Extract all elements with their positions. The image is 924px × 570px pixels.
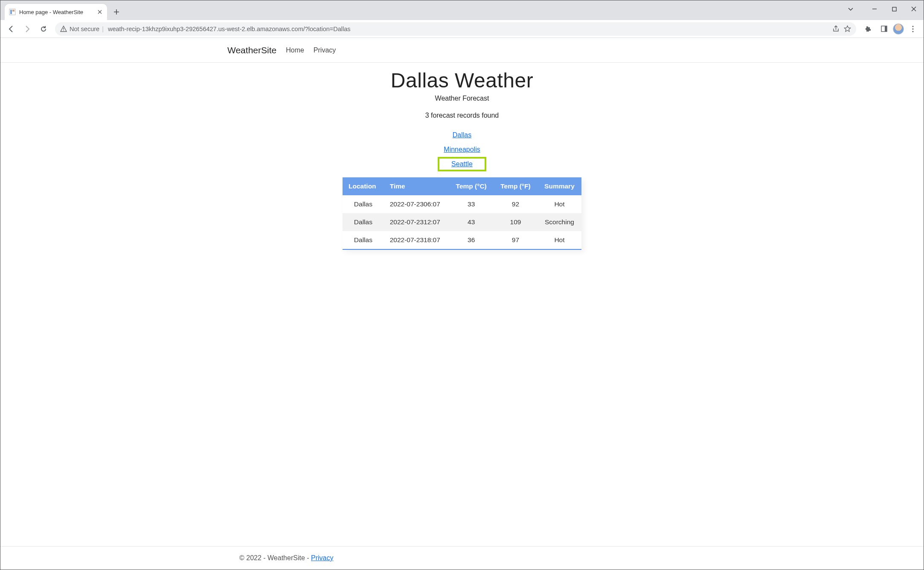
col-time: Time xyxy=(384,177,449,195)
svg-rect-5 xyxy=(63,30,64,31)
cell-temp-c: 33 xyxy=(449,195,494,213)
cell-temp-c: 43 xyxy=(449,213,494,231)
svg-rect-3 xyxy=(892,7,896,11)
col-location: Location xyxy=(343,177,384,195)
svg-point-10 xyxy=(912,31,913,32)
tab-title: Home page - WeatherSite xyxy=(19,9,93,15)
url-text: weath-recip-13khzp9ixuhp3-292656427.us-w… xyxy=(108,26,828,32)
site-footer: © 2022 - WeatherSite - Privacy xyxy=(0,546,924,570)
cell-location: Dallas xyxy=(343,231,384,249)
address-bar[interactable]: Not secure | weath-recip-13khzp9ixuhp3-2… xyxy=(55,22,856,36)
page-subtitle: Weather Forecast xyxy=(435,95,489,102)
cell-location: Dallas xyxy=(343,195,384,213)
back-button[interactable] xyxy=(4,22,18,36)
cell-summary: Hot xyxy=(538,195,581,213)
cell-time: 2022-07-2318:07 xyxy=(384,231,449,249)
share-icon[interactable] xyxy=(832,25,840,32)
profile-avatar[interactable] xyxy=(893,23,904,35)
svg-rect-1 xyxy=(10,10,12,14)
nav-link-privacy[interactable]: Privacy xyxy=(314,46,336,54)
window-close-button[interactable] xyxy=(904,0,924,17)
new-tab-button[interactable] xyxy=(110,6,122,18)
forecast-table: Location Time Temp (°C) Temp (°F) Summar… xyxy=(343,177,581,250)
cell-temp-f: 92 xyxy=(494,195,538,213)
window-maximize-button[interactable] xyxy=(884,0,904,17)
col-temp-f: Temp (°F) xyxy=(494,177,538,195)
records-found-text: 3 forecast records found xyxy=(425,112,499,119)
forward-button[interactable] xyxy=(20,22,35,36)
favicon-icon xyxy=(9,9,16,15)
location-link-highlighted: Seattle xyxy=(438,157,486,171)
svg-point-9 xyxy=(912,28,913,29)
tabs-dropdown-icon[interactable] xyxy=(841,0,860,17)
cell-temp-f: 109 xyxy=(494,213,538,231)
table-row: Dallas2022-07-2306:073392Hot xyxy=(343,195,581,213)
main-area: Dallas Weather Weather Forecast 3 foreca… xyxy=(0,63,924,546)
cell-time: 2022-07-2312:07 xyxy=(384,213,449,231)
extensions-icon[interactable] xyxy=(860,22,875,36)
page-heading: Dallas Weather xyxy=(391,69,533,92)
menu-kebab-icon[interactable] xyxy=(906,22,920,36)
location-link-dallas[interactable]: Dallas xyxy=(453,131,471,139)
table-header-row: Location Time Temp (°C) Temp (°F) Summar… xyxy=(343,177,581,195)
cell-temp-f: 97 xyxy=(494,231,538,249)
window-minimize-button[interactable] xyxy=(865,0,884,17)
svg-rect-7 xyxy=(885,26,887,32)
cell-summary: Scorching xyxy=(538,213,581,231)
cell-location: Dallas xyxy=(343,213,384,231)
browser-tab-active[interactable]: Home page - WeatherSite xyxy=(5,4,107,20)
col-summary: Summary xyxy=(538,177,581,195)
browser-chrome: Home page - WeatherSite xyxy=(0,0,924,38)
table-row: Dallas2022-07-2312:0743109Scorching xyxy=(343,213,581,231)
location-link-seattle[interactable]: Seattle xyxy=(451,160,473,168)
brand-title[interactable]: WeatherSite xyxy=(227,45,276,55)
footer-privacy-link[interactable]: Privacy xyxy=(311,554,333,561)
warning-icon xyxy=(60,26,67,32)
page-content: WeatherSite Home Privacy Dallas Weather … xyxy=(0,38,924,570)
not-secure-label: Not secure xyxy=(70,26,99,32)
location-link-minneapolis[interactable]: Minneapolis xyxy=(444,146,480,153)
tab-strip: Home page - WeatherSite xyxy=(0,0,924,20)
not-secure-indicator[interactable]: Not secure | xyxy=(60,26,104,32)
svg-point-8 xyxy=(912,26,913,27)
footer-text: © 2022 - WeatherSite - xyxy=(239,554,311,561)
bookmark-star-icon[interactable] xyxy=(844,25,851,32)
cell-time: 2022-07-2306:07 xyxy=(384,195,449,213)
col-temp-c: Temp (°C) xyxy=(449,177,494,195)
cell-summary: Hot xyxy=(538,231,581,249)
reload-button[interactable] xyxy=(36,22,51,36)
table-row: Dallas2022-07-2318:073697Hot xyxy=(343,231,581,249)
nav-link-home[interactable]: Home xyxy=(286,46,304,54)
sidepanel-icon[interactable] xyxy=(877,22,891,36)
svg-rect-2 xyxy=(12,10,15,12)
cell-temp-c: 36 xyxy=(449,231,494,249)
browser-toolbar: Not secure | weath-recip-13khzp9ixuhp3-2… xyxy=(0,20,924,38)
site-navbar: WeatherSite Home Privacy xyxy=(0,38,924,63)
tab-close-icon[interactable] xyxy=(97,9,103,15)
svg-rect-4 xyxy=(63,28,64,30)
